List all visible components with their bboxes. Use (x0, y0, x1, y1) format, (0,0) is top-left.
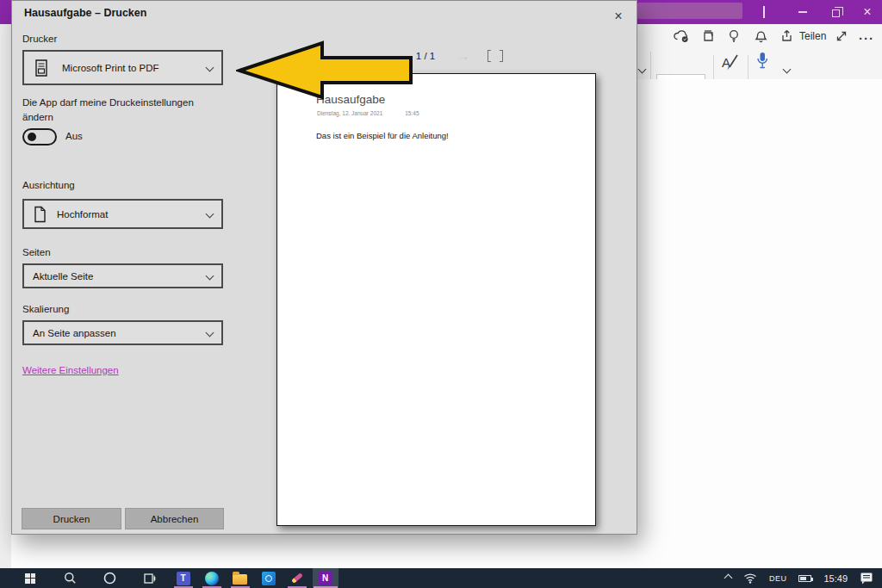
input-language-indicator[interactable]: DEU (769, 574, 787, 583)
taskbar-app-edge[interactable] (197, 568, 226, 588)
notifications-bell-icon[interactable] (755, 29, 767, 43)
cortana-button[interactable] (90, 568, 129, 588)
pages-value: Aktuelle Seite (33, 271, 93, 282)
windows-taskbar: T N (0, 568, 882, 588)
window-close-icon: × (863, 5, 871, 19)
teams-icon: T (177, 572, 190, 585)
outlook-icon (262, 572, 276, 585)
orientation-value: Hochformat (57, 209, 108, 220)
battery-icon[interactable] (798, 575, 811, 582)
orientation-dropdown[interactable]: Hochformat (22, 199, 223, 229)
app-permission-text: Die App darf meine Druckeinstellungen än… (22, 96, 216, 126)
window-close-button[interactable]: × (851, 0, 882, 24)
document-body-text: Das ist ein Beispiel für die Anleitung! (316, 131, 449, 140)
scaling-label: Skalierung (22, 304, 69, 314)
document-date: Dienstag, 12. Januar 2021 (317, 110, 382, 116)
dialog-close-button[interactable]: × (606, 5, 631, 28)
annotation-arrow-left (236, 38, 413, 102)
ink-to-text-icon[interactable]: A (720, 53, 741, 71)
minimize-icon (798, 11, 807, 13)
windows-logo-icon (25, 573, 35, 584)
printer-dropdown-chevron-icon (206, 64, 214, 72)
scaling-value: An Seite anpassen (33, 328, 116, 338)
printer-icon (33, 59, 50, 77)
dictate-dropdown-icon[interactable] (784, 60, 790, 76)
restore-button[interactable] (819, 0, 852, 24)
orientation-dropdown-chevron-icon (206, 210, 214, 219)
paint3d-icon (291, 573, 303, 584)
wifi-icon[interactable] (743, 573, 757, 584)
minimize-button[interactable] (786, 0, 819, 24)
tray-show-hidden-icons[interactable] (724, 574, 733, 583)
taskbar-search-button[interactable] (50, 568, 90, 588)
task-view-button[interactable] (129, 568, 169, 588)
next-page-button[interactable]: → (457, 48, 469, 63)
titlebar-highlight (637, 3, 742, 19)
search-icon (64, 572, 77, 585)
taskbar-app-explorer[interactable] (226, 568, 254, 588)
share-icon (780, 28, 794, 43)
dialog-close-icon: × (614, 9, 622, 24)
document-dateline: Dienstag, 12. Januar 202115:45 (317, 110, 419, 116)
taskbar-app-outlook[interactable] (254, 568, 283, 588)
taskbar-app-paint3d[interactable] (283, 568, 311, 588)
desktop: × (0, 0, 882, 588)
portrait-page-icon (33, 206, 47, 223)
share-button-label: Teilen (799, 30, 826, 42)
clock[interactable]: 15:49 (823, 573, 848, 584)
fit-to-window-icon[interactable] (488, 50, 503, 62)
lightbulb-icon[interactable] (728, 29, 740, 43)
system-tray: DEU 15:49 (725, 572, 882, 585)
print-preview-page: Hausaufgabe Dienstag, 12. Januar 202115:… (276, 73, 596, 526)
ribbon-chevron-icon[interactable] (639, 60, 645, 76)
more-settings-link[interactable]: Weitere Einstellungen (22, 365, 119, 375)
window-left-edge (0, 24, 11, 568)
orientation-label: Ausrichtung (22, 180, 75, 190)
start-button[interactable] (10, 568, 50, 588)
cortana-icon (103, 572, 116, 585)
permission-toggle[interactable] (22, 128, 57, 145)
dialog-title: Hausaufgabe – Drucken (24, 7, 146, 19)
taskbar-app-teams[interactable]: T (169, 568, 197, 588)
printer-dropdown[interactable]: Microsoft Print to PDF (22, 50, 223, 85)
toggle-state-label: Aus (65, 131, 83, 141)
task-view-icon (142, 573, 156, 585)
copy-page-icon[interactable] (701, 29, 715, 43)
printer-value: Microsoft Print to PDF (62, 63, 158, 73)
taskbar-app-onenote-active[interactable]: N (311, 568, 339, 588)
toggle-knob (28, 133, 36, 141)
onenote-icon: N (319, 572, 332, 585)
action-center-icon[interactable] (860, 572, 873, 585)
fullscreen-expand-icon[interactable] (835, 29, 848, 43)
print-button[interactable]: Drucken (22, 508, 121, 529)
pages-dropdown[interactable]: Aktuelle Seite (22, 263, 223, 288)
more-options-button[interactable]: ··· (859, 31, 874, 46)
printer-label: Drucker (22, 34, 57, 44)
restore-icon (832, 9, 840, 17)
cancel-button[interactable]: Abbrechen (125, 508, 224, 529)
sync-status-icon[interactable] (673, 29, 690, 43)
file-explorer-icon (233, 574, 247, 585)
share-button[interactable]: Teilen (780, 28, 826, 43)
pages-label: Seiten (22, 247, 51, 257)
dictate-microphone-icon[interactable] (755, 51, 770, 71)
pages-dropdown-chevron-icon (206, 272, 214, 281)
scaling-dropdown-chevron-icon (206, 329, 214, 337)
edge-icon (205, 572, 219, 585)
scaling-dropdown[interactable]: An Seite anpassen (22, 320, 223, 345)
titlebar-text-cursor (763, 6, 765, 18)
document-time: 15:45 (405, 110, 419, 116)
